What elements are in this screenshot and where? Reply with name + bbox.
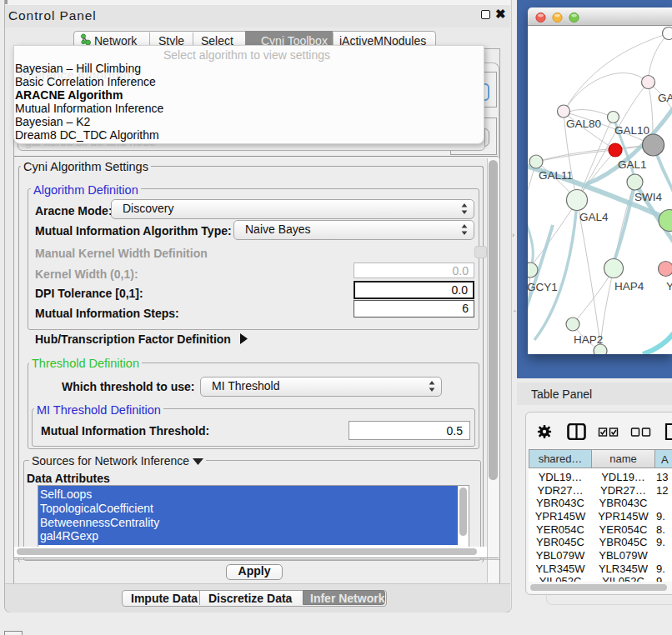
svg-text:GAL: GAL [658,92,672,104]
svg-text:SWI4: SWI4 [634,191,662,203]
svg-text:GAL1: GAL1 [618,158,647,171]
svg-text:GAL80: GAL80 [566,118,601,130]
svg-text:GCY1: GCY1 [528,281,558,293]
svg-text:GAL11: GAL11 [539,169,573,182]
svg-text:HAP2: HAP2 [574,333,603,346]
svg-text:GAL10: GAL10 [614,124,649,137]
svg-text:GAL4: GAL4 [579,211,609,223]
svg-text:Y: Y [666,280,672,292]
svg-text:HAP4: HAP4 [614,280,644,292]
